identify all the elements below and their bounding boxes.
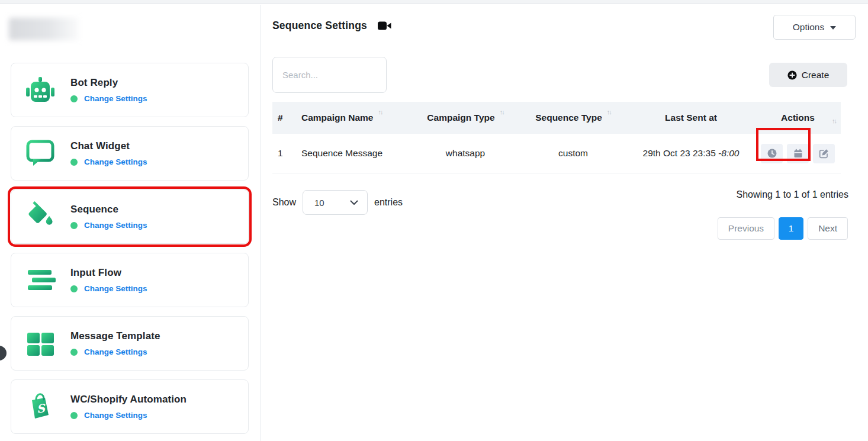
next-page-button[interactable]: Next (808, 217, 848, 240)
sidebar-item-message-template[interactable]: Message Template Change Settings (11, 316, 249, 371)
sort-icon[interactable] (500, 108, 504, 115)
status-dot (70, 159, 78, 166)
column-header-campaign-type[interactable]: Campaign Type (412, 112, 519, 123)
robot-icon (24, 74, 56, 106)
column-header-sequence-type[interactable]: Sequence Type (519, 112, 627, 123)
chevron-down-icon (350, 200, 358, 205)
list-bars-icon (24, 264, 56, 296)
pagination: Previous 1 Next (718, 217, 848, 240)
app-logo (9, 18, 81, 40)
change-settings-link[interactable]: Change Settings (84, 221, 147, 230)
sidebar-item-chat-widget[interactable]: Chat Widget Change Settings (11, 126, 249, 181)
page-size-value: 10 (314, 198, 324, 208)
sidebar-item-title: Message Template (70, 330, 160, 342)
app-page: Bot Reply Change Settings Chat Widget Ch… (0, 0, 868, 441)
row-campaign-type: whatsapp (412, 148, 519, 159)
column-header-actions[interactable]: Actions (755, 112, 841, 123)
create-label: Create (802, 70, 830, 81)
sidebar-item-sequence[interactable]: Sequence Change Settings (11, 189, 249, 244)
change-settings-link[interactable]: Change Settings (84, 347, 147, 356)
sidebar-item-bot-reply[interactable]: Bot Reply Change Settings (11, 63, 249, 117)
entries-label: entries (374, 197, 403, 208)
page-1-button[interactable]: 1 (779, 217, 803, 240)
change-settings-link[interactable]: Change Settings (84, 284, 147, 293)
search-input[interactable] (272, 57, 387, 93)
status-dot (70, 222, 78, 229)
timezone-offset: -8:00 (718, 148, 739, 158)
main-content: Sequence Settings Options Create (261, 5, 868, 441)
top-strip (0, 0, 868, 4)
sidebar-item-title: Input Flow (70, 267, 147, 279)
page-size-select[interactable]: 10 (303, 190, 368, 215)
sort-icon[interactable] (832, 117, 836, 124)
edit-icon (819, 149, 829, 159)
row-last-sent-at: 29th Oct 23 23:35 -8:00 (627, 148, 755, 159)
chat-bubble-icon (24, 137, 56, 169)
status-dot (70, 95, 78, 102)
sidebar-item-title: Bot Reply (70, 77, 147, 89)
status-dot (70, 285, 78, 292)
calendar-icon (793, 149, 803, 158)
sidebar: Bot Reply Change Settings Chat Widget Ch… (0, 5, 261, 441)
sort-icon[interactable] (378, 108, 382, 115)
schedule-clock-button[interactable] (761, 144, 783, 163)
grid-squares-icon (24, 327, 56, 359)
status-dot (70, 412, 78, 419)
sidebar-item-title: WC/Shopify Automation (70, 394, 187, 405)
previous-page-button[interactable]: Previous (718, 217, 774, 240)
row-actions (755, 144, 841, 163)
campaigns-table: # Campaign Name Campaign Type Sequence T… (272, 102, 841, 173)
show-label: Show (272, 197, 296, 208)
sidebar-card-list: Bot Reply Change Settings Chat Widget Ch… (11, 63, 249, 434)
create-button[interactable]: Create (769, 63, 847, 87)
edit-button[interactable] (813, 144, 835, 163)
row-index: 1 (272, 148, 296, 159)
status-dot (70, 349, 78, 356)
change-settings-link[interactable]: Change Settings (84, 411, 147, 420)
column-header-index: # (272, 112, 296, 123)
page-size-row: Show 10 entries (272, 190, 403, 215)
sidebar-item-wc-shopify-automation[interactable]: S WC/Shopify Automation Change Settings (11, 379, 249, 434)
table-row: 1 Sequence Message whatsapp custom 29th … (272, 134, 841, 173)
chevron-down-icon (830, 26, 836, 30)
sidebar-item-title: Chat Widget (70, 140, 147, 152)
shopify-bag-icon: S (24, 391, 56, 423)
paint-bucket-icon (24, 201, 56, 233)
showing-entries-text: Showing 1 to 1 of 1 entries (737, 189, 848, 200)
table-header-row: # Campaign Name Campaign Type Sequence T… (272, 102, 841, 134)
sidebar-item-input-flow[interactable]: Input Flow Change Settings (11, 253, 249, 307)
row-sequence-type: custom (519, 148, 627, 159)
sidebar-item-title: Sequence (70, 204, 147, 215)
page-title: Sequence Settings (272, 20, 367, 32)
plus-circle-icon (787, 70, 797, 80)
calendar-button[interactable] (787, 144, 809, 163)
clock-icon (767, 149, 777, 158)
video-camera-icon[interactable] (378, 21, 391, 31)
sort-icon[interactable] (607, 108, 611, 115)
column-header-campaign-name[interactable]: Campaign Name (296, 112, 412, 123)
options-label: Options (793, 22, 824, 33)
column-header-last-sent-at: Last Sent at (627, 112, 755, 123)
options-button[interactable]: Options (773, 15, 856, 40)
row-campaign-name: Sequence Message (296, 148, 412, 159)
change-settings-link[interactable]: Change Settings (84, 94, 147, 103)
change-settings-link[interactable]: Change Settings (84, 157, 147, 166)
